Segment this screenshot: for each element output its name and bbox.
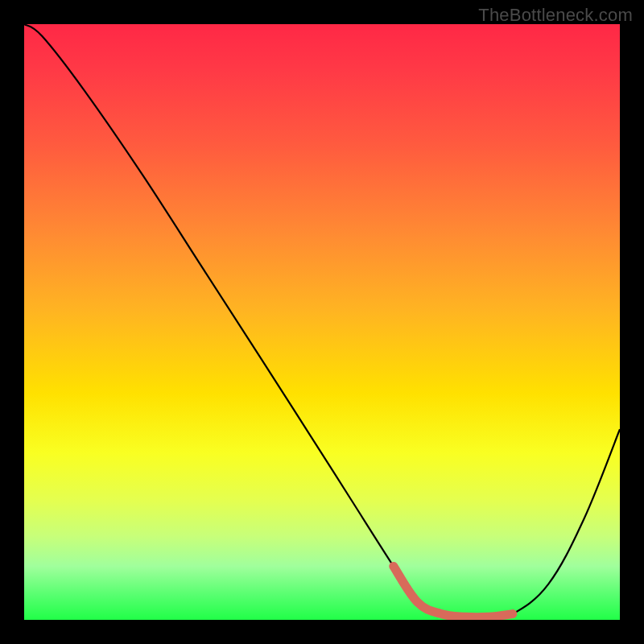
optimal-range-highlight-path: [394, 566, 513, 617]
chart-plot-area: [24, 24, 620, 620]
watermark-text: TheBottleneck.com: [478, 5, 633, 26]
bottleneck-curve-path: [24, 24, 620, 617]
chart-svg: [24, 24, 620, 620]
